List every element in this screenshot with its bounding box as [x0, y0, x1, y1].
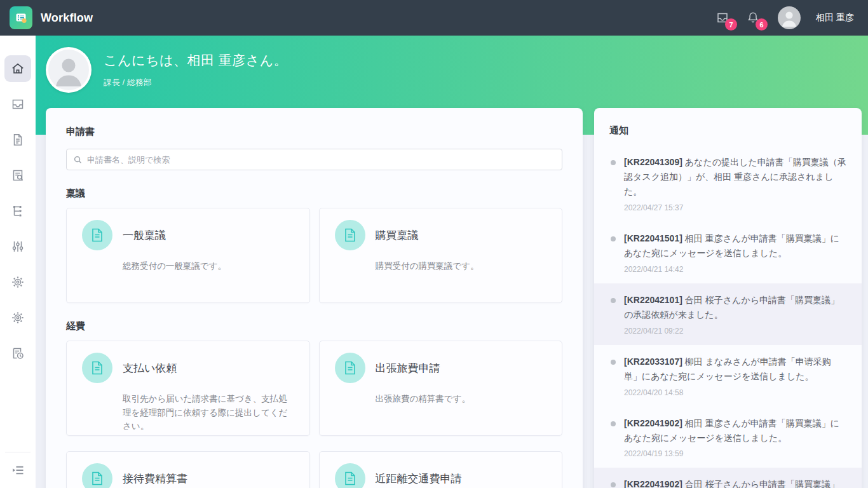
form-template-card[interactable]: 購買稟議 購買受付の購買稟議です。	[319, 208, 563, 303]
notification-bullet-icon	[611, 160, 616, 165]
notification-timestamp: 2022/04/21 14:42	[624, 265, 846, 274]
notification-id: [KR22041902]	[624, 418, 682, 428]
workflow-tree-icon	[10, 203, 25, 219]
sidebar	[0, 36, 36, 488]
gear-icon	[10, 274, 25, 290]
notification-id: [KR22033107]	[624, 356, 682, 367]
sidebar-item-workflow-tree[interactable]	[8, 201, 28, 221]
sidebar-item-sliders[interactable]	[8, 236, 28, 257]
application-forms-card: 申請書 稟議 一般稟議 総務受付の一般稟議です。	[46, 108, 583, 488]
form-document-icon	[335, 353, 365, 383]
form-title: 接待費精算書	[123, 471, 187, 486]
search-icon	[73, 155, 83, 165]
notification-timestamp: 2022/04/20 14:58	[624, 388, 846, 397]
notification-timestamp: 2022/04/19 13:59	[624, 449, 846, 458]
form-section: 経費 支払い依頼 取引先から届いた請求書に基づき、支払処理を経理部門に依頼する際…	[66, 320, 562, 488]
notification-item[interactable]: [KR22033107]柳田 まなみさんが申請書「申请采购単」にあなた宛にメッセ…	[594, 345, 862, 407]
document-search-icon	[10, 168, 25, 183]
form-description: 取引先から届いた請求書に基づき、支払処理を経理部門に依頼する際に提出してください…	[123, 392, 294, 433]
notification-id: [KR22041902]	[624, 479, 682, 488]
notification-id: [KR22042101]	[624, 295, 682, 305]
form-template-card[interactable]: 接待費精算書	[66, 451, 310, 488]
form-description: 出張旅費の精算書です。	[376, 392, 547, 406]
notification-item[interactable]: [KR22041309]あなたの提出した申請書「購買稟議（承認タスク追加）」が、…	[594, 146, 862, 222]
form-title: 購買稟議	[376, 228, 419, 243]
inbox-icon	[10, 97, 25, 112]
sidebar-item-inbox[interactable]	[8, 94, 28, 114]
greeting-text: こんにちは、相田 重彦さん。	[104, 51, 287, 69]
notification-timestamp: 2022/04/27 15:37	[624, 203, 846, 212]
sidebar-item-settings[interactable]	[8, 272, 28, 292]
form-title: 出張旅費申請	[376, 361, 440, 376]
greeting-avatar	[46, 47, 92, 93]
notifications-list: [KR22041309]あなたの提出した申請書「購買稟議（承認タスク追加）」が、…	[594, 146, 862, 488]
form-title: 近距離交通費申請	[376, 471, 462, 486]
notifications-button[interactable]: 6	[742, 7, 764, 29]
form-sections: 稟議 一般稟議 総務受付の一般稟議です。 購買稟	[66, 187, 562, 488]
sidebar-divider	[5, 452, 31, 452]
user-avatar[interactable]	[778, 6, 801, 29]
notifications-badge: 6	[756, 18, 768, 30]
sidebar-item-home[interactable]	[4, 55, 31, 82]
notification-bullet-icon	[611, 421, 616, 426]
form-title: 一般稟議	[123, 228, 166, 243]
form-template-card[interactable]: 近距離交通費申請	[319, 451, 563, 488]
forms-card-title: 申請書	[66, 126, 562, 138]
notification-item[interactable]: [KR22041501]相田 重彦さんが申請書「購買稟議」にあなた宛にメッセージ…	[594, 222, 862, 283]
form-document-icon	[335, 220, 365, 250]
form-search-input[interactable]	[87, 155, 555, 165]
notification-bullet-icon	[611, 482, 616, 487]
form-section: 稟議 一般稟議 総務受付の一般稟議です。 購買稟	[66, 187, 562, 303]
greeting-role: 課長 / 総務部	[104, 77, 287, 88]
section-label: 稟議	[66, 187, 562, 200]
user-name[interactable]: 相田 重彦	[816, 12, 854, 24]
notification-item[interactable]: [KR22041902]相田 重彦さんが申請書「購買稟議」にあなた宛にメッセージ…	[594, 407, 862, 468]
sidebar-item-document-search[interactable]	[8, 165, 28, 186]
form-description: 総務受付の一般稟議です。	[123, 259, 294, 273]
form-template-card[interactable]: 出張旅費申請 出張旅費の精算書です。	[319, 341, 563, 436]
top-bar: Workflow 7 6 相田 重彦	[0, 0, 868, 36]
form-title: 支払い依頼	[123, 361, 177, 376]
form-document-icon	[82, 463, 112, 488]
notification-id: [KR22041309]	[624, 157, 682, 167]
notification-bullet-icon	[611, 236, 616, 241]
document-history-icon	[10, 346, 25, 361]
form-grid: 支払い依頼 取引先から届いた請求書に基づき、支払処理を経理部門に依頼する際に提出…	[66, 341, 562, 488]
notification-timestamp: 2022/04/21 09:22	[624, 327, 846, 336]
sidebar-item-documents[interactable]	[8, 130, 28, 150]
gear-alt-icon	[10, 310, 25, 325]
section-label: 経費	[66, 320, 562, 332]
home-icon	[10, 61, 25, 76]
collapse-menu-icon	[10, 463, 25, 478]
form-template-card[interactable]: 支払い依頼 取引先から届いた請求書に基づき、支払処理を経理部門に依頼する際に提出…	[66, 341, 310, 436]
document-icon	[10, 132, 25, 147]
notification-bullet-icon	[611, 298, 616, 303]
form-search	[66, 149, 562, 170]
notification-item[interactable]: [KR22041902]合田 桜子さんから申請書「購買稟議」の承認依頼が来ました…	[594, 468, 862, 488]
notification-id: [KR22041501]	[624, 233, 682, 243]
notifications-panel: 通知 [KR22041309]あなたの提出した申請書「購買稟議（承認タスク追加）…	[594, 108, 862, 488]
sidebar-item-document-history[interactable]	[8, 343, 28, 363]
app-logo-icon[interactable]	[10, 6, 32, 29]
notification-item[interactable]: [KR22042101]合田 桜子さんから申請書「購買稟議」の承認依頼が来ました…	[594, 283, 862, 345]
sliders-icon	[10, 239, 25, 254]
form-template-card[interactable]: 一般稟議 総務受付の一般稟議です。	[66, 208, 310, 303]
sidebar-collapse-button[interactable]	[8, 460, 28, 480]
form-document-icon	[82, 220, 112, 250]
app-title: Workflow	[41, 11, 93, 25]
form-description: 購買受付の購買稟議です。	[376, 259, 547, 273]
sidebar-item-settings-alt[interactable]	[8, 308, 28, 328]
inbox-badge: 7	[725, 18, 737, 30]
form-grid: 一般稟議 総務受付の一般稟議です。 購買稟議 購買受付の購買稟議です。	[66, 208, 562, 303]
notification-bullet-icon	[611, 360, 616, 365]
form-document-icon	[82, 353, 112, 383]
notifications-title: 通知	[594, 125, 862, 137]
inbox-button[interactable]: 7	[712, 7, 733, 29]
form-document-icon	[335, 463, 365, 488]
